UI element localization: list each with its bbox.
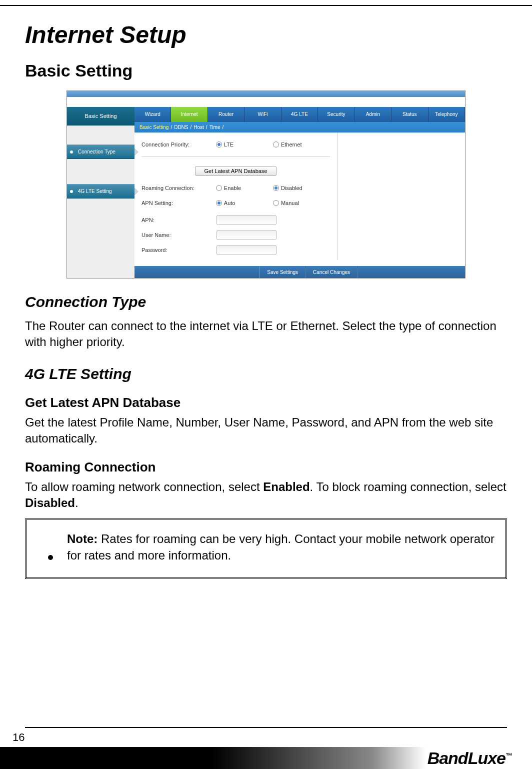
page-number: 16 (12, 731, 532, 744)
subtab-sep: / (222, 124, 224, 130)
screenshot-blank (67, 97, 465, 107)
lte-setting-heading: 4G LTE Setting (25, 366, 507, 382)
radio-apn-manual[interactable] (273, 200, 279, 206)
radio-apn-auto[interactable] (216, 200, 222, 206)
roaming-body-bold1: Enabled (263, 480, 310, 494)
roaming-body-pre: To allow roaming network connection, sel… (25, 480, 263, 494)
arrow-icon (134, 148, 138, 156)
page-footer: 16 BandLuxe™ (0, 727, 532, 769)
footer-line (25, 727, 507, 728)
brand-tm: ™ (506, 751, 512, 759)
get-apn-database-button[interactable]: Get Latest APN Database (195, 166, 277, 176)
apn-label: APN: (142, 217, 216, 223)
sidebar-item-label: 4G LTE Setting (78, 188, 112, 194)
page-title: Internet Setup (25, 21, 507, 48)
tab-internet[interactable]: Internet (171, 107, 208, 122)
section-title: Basic Setting (25, 61, 507, 80)
apn-db-body: Get the latest Profile Name, Number, Use… (25, 414, 507, 447)
radio-roaming-disabled-label: Disabled (281, 185, 302, 191)
connection-type-body: The Router can connect to the internet v… (25, 318, 507, 350)
tab-admin[interactable]: Admin (355, 107, 392, 122)
sidebar-item-label: Connection Type (78, 149, 116, 154)
apn-setting-label: APN Setting: (142, 200, 216, 206)
sidebar-title: Basic Setting (67, 107, 134, 126)
username-input[interactable] (216, 230, 276, 240)
router-screenshot: Basic Setting Connection Type 4G LTE Set… (66, 90, 466, 278)
radio-roaming-enable-label: Enable (224, 185, 241, 191)
radio-lte[interactable] (216, 142, 222, 148)
subtab-ddns[interactable]: DDNS (174, 124, 188, 130)
roaming-body-mid: . To block roaming connection, select (310, 480, 506, 494)
radio-roaming-enable[interactable] (216, 185, 222, 191)
connection-type-heading: Connection Type (25, 294, 507, 310)
radio-ethernet[interactable] (273, 142, 279, 148)
note-box: Note: Rates for roaming can be very high… (25, 518, 507, 579)
roaming-heading: Roaming Connection (25, 460, 507, 475)
radio-ethernet-label: Ethernet (281, 142, 302, 148)
sidebar-item-connection-type[interactable]: Connection Type (67, 144, 134, 159)
username-label: User Name: (142, 232, 216, 238)
cancel-changes-button[interactable]: Cancel Changes (306, 266, 358, 278)
connection-priority-label: Connection Priority: (142, 142, 216, 148)
divider (142, 156, 330, 157)
form-right-blank (337, 132, 465, 260)
roaming-label: Roaming Connection: (142, 185, 216, 191)
radio-apn-manual-label: Manual (281, 200, 299, 206)
subtab-sep: / (206, 124, 208, 130)
subtab-host[interactable]: Host (194, 124, 204, 130)
main-tabs: Wizard Internet Router WiFi 4G LTE Secur… (134, 107, 465, 122)
tab-router[interactable]: Router (208, 107, 244, 122)
footer-bar: BandLuxe™ (0, 747, 532, 769)
bullet-icon (48, 555, 53, 560)
roaming-body: To allow roaming network connection, sel… (25, 479, 507, 512)
password-input[interactable] (216, 245, 276, 255)
screenshot-sidebar: Basic Setting Connection Type 4G LTE Set… (67, 107, 134, 278)
bottom-bar: Save Settings Cancel Changes (134, 266, 465, 278)
roaming-body-post: . (75, 496, 78, 510)
brand-logo: BandLuxe™ (428, 748, 512, 768)
arrow-icon (134, 188, 138, 196)
tab-security[interactable]: Security (318, 107, 354, 122)
tab-4glte[interactable]: 4G LTE (282, 107, 318, 122)
note-label: Note: (67, 532, 98, 546)
bullet-icon (70, 150, 73, 154)
radio-roaming-disabled[interactable] (273, 185, 279, 191)
roaming-body-bold2: Disabled (25, 496, 75, 510)
tab-wifi[interactable]: WiFi (244, 107, 281, 122)
password-label: Password: (142, 247, 216, 253)
apn-input[interactable] (216, 215, 276, 225)
radio-apn-auto-label: Auto (224, 200, 236, 206)
brand-text: BandLuxe (428, 748, 506, 768)
save-settings-button[interactable]: Save Settings (260, 266, 306, 278)
subtab-sep: / (190, 124, 192, 130)
note-body: Rates for roaming can be very high. Cont… (67, 532, 494, 562)
tab-telephony[interactable]: Telephony (428, 107, 465, 122)
apn-db-heading: Get Latest APN Database (25, 395, 507, 410)
bullet-icon (70, 190, 73, 193)
screenshot-topbar (67, 91, 465, 97)
radio-lte-label: LTE (224, 142, 234, 148)
tab-status[interactable]: Status (392, 107, 428, 122)
sidebar-item-4g-lte[interactable]: 4G LTE Setting (67, 184, 134, 198)
tab-wizard[interactable]: Wizard (134, 107, 171, 122)
note-text: Note: Rates for roaming can be very high… (67, 531, 496, 564)
sub-tabs: Basic Setting / DDNS / Host / Time / (134, 122, 465, 132)
subtab-basic-setting[interactable]: Basic Setting (140, 124, 168, 130)
form-area: Connection Priority: LTE Ethernet (134, 132, 337, 260)
subtab-time[interactable]: Time (210, 124, 220, 130)
subtab-sep: / (170, 124, 172, 130)
